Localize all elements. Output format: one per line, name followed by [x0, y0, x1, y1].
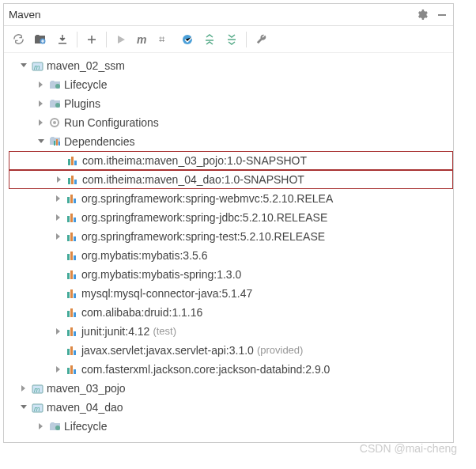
refresh-icon[interactable]: [9, 30, 28, 49]
svg-rect-24: [67, 216, 70, 222]
dependency-node[interactable]: junit:junit:4.12(test): [9, 322, 453, 341]
dependency-label: com.alibaba:druid:1.1.16: [81, 306, 202, 319]
svg-rect-23: [74, 199, 76, 203]
svg-rect-36: [67, 292, 70, 298]
module-node[interactable]: mmaven_04_dao: [9, 398, 453, 417]
chevron-down-icon[interactable]: [36, 136, 47, 147]
library-icon: [66, 287, 78, 300]
library-icon: [66, 363, 78, 376]
panel-title: Maven: [9, 9, 407, 21]
dependency-node[interactable]: com.itheima:maven_04_dao:1.0-SNAPSHOT: [9, 170, 453, 189]
spacer: [53, 307, 64, 318]
run-icon[interactable]: [111, 30, 130, 49]
m-icon[interactable]: m: [134, 30, 153, 49]
svg-rect-26: [74, 217, 76, 222]
svg-rect-49: [70, 365, 73, 374]
dependency-node[interactable]: mysql:mysql-connector-java:5.1.47: [9, 284, 453, 303]
chevron-right-icon[interactable]: [53, 364, 64, 375]
download-icon[interactable]: [53, 30, 72, 49]
node-label: Dependencies: [64, 135, 135, 148]
library-icon: [66, 154, 79, 167]
chevron-right-icon[interactable]: [36, 98, 47, 109]
library-icon: [66, 192, 78, 205]
chevron-right-icon[interactable]: [36, 421, 47, 432]
chevron-down-icon[interactable]: [18, 60, 29, 71]
svg-rect-33: [67, 273, 70, 279]
chevron-right-icon[interactable]: [53, 231, 64, 242]
chevron-right-icon[interactable]: [36, 79, 47, 90]
dependency-label: org.springframework:spring-jdbc:5.2.10.R…: [81, 211, 327, 224]
library-icon: [66, 344, 78, 357]
node-label: Plugins: [64, 97, 100, 110]
svg-rect-20: [74, 180, 77, 184]
dependency-node[interactable]: org.mybatis:mybatis-spring:1.3.0: [9, 265, 453, 284]
module-label: maven_02_ssm: [47, 59, 125, 72]
svg-rect-25: [70, 214, 73, 222]
expand-all-icon[interactable]: [200, 30, 219, 49]
settings-gear-icon[interactable]: [415, 9, 428, 21]
dependency-label: mysql:mysql-connector-java:5.1.47: [81, 287, 252, 300]
chevron-right-icon[interactable]: [53, 212, 64, 223]
svg-rect-47: [74, 350, 76, 355]
offline-icon[interactable]: [178, 30, 197, 49]
dependency-node[interactable]: javax.servlet:javax.servlet-api:3.1.0(pr…: [9, 341, 453, 360]
module-node[interactable]: mmaven_02_ssm: [9, 56, 453, 75]
dependency-label: org.mybatis:mybatis:3.5.6: [81, 249, 208, 262]
dependency-node[interactable]: org.mybatis:mybatis:3.5.6: [9, 246, 453, 265]
lifecycle-node[interactable]: Lifecycle: [9, 417, 453, 436]
dependency-label: javax.servlet:javax.servlet-api:3.1.0: [81, 344, 254, 357]
svg-rect-17: [74, 161, 77, 165]
svg-rect-29: [74, 236, 76, 241]
folder-icon: [48, 420, 61, 433]
chevron-right-icon[interactable]: [53, 193, 64, 204]
node-label: Lifecycle: [64, 420, 107, 433]
add-icon[interactable]: [82, 30, 101, 49]
dependency-node[interactable]: org.springframework:spring-jdbc:5.2.10.R…: [9, 208, 453, 227]
dependency-node[interactable]: org.springframework:spring-test:5.2.10.R…: [9, 227, 453, 246]
watermark: CSDN @mai-cheng: [360, 442, 457, 455]
node-label: Run Configurations: [64, 116, 159, 129]
chevron-down-icon[interactable]: [18, 402, 29, 413]
dependency-label: com.fasterxml.jackson.core:jackson-datab…: [81, 363, 330, 376]
svg-rect-30: [67, 254, 70, 260]
module-label: maven_03_pojo: [47, 382, 126, 395]
chevron-right-icon[interactable]: [53, 326, 64, 337]
dependency-node[interactable]: com.fasterxml.jackson.core:jackson-datab…: [9, 360, 453, 379]
spacer: [53, 345, 64, 356]
collapse-all-icon[interactable]: [222, 30, 241, 49]
library-icon: [66, 211, 78, 224]
dependency-label: org.springframework:spring-webmvc:5.2.10…: [81, 192, 333, 205]
plugins-node[interactable]: Plugins: [9, 94, 453, 113]
svg-rect-31: [70, 252, 73, 260]
dependency-node[interactable]: org.springframework:spring-webmvc:5.2.10…: [9, 189, 453, 208]
svg-rect-39: [67, 311, 70, 317]
chevron-right-icon[interactable]: [54, 174, 65, 185]
module-icon: m: [31, 59, 43, 72]
dependency-label: org.mybatis:mybatis-spring:1.3.0: [81, 268, 241, 281]
svg-rect-14: [59, 142, 60, 146]
dependencies-node[interactable]: Dependencies: [9, 132, 453, 151]
dependency-node[interactable]: com.itheima:maven_03_pojo:1.0-SNAPSHOT: [9, 151, 453, 170]
chevron-right-icon[interactable]: [36, 117, 47, 128]
wrench-icon[interactable]: [251, 30, 270, 49]
spacer: [53, 288, 64, 299]
svg-rect-12: [54, 141, 55, 146]
project-tree: mmaven_02_ssm Lifecycle Plugins Run Conf…: [4, 53, 453, 442]
svg-rect-45: [67, 349, 70, 355]
toolbar-separator: [246, 32, 247, 47]
svg-point-11: [53, 121, 56, 124]
dependencies-list: com.itheima:maven_03_pojo:1.0-SNAPSHOTco…: [9, 151, 453, 379]
skip-tests-icon[interactable]: ⌗: [156, 30, 175, 49]
runcfg-node[interactable]: Run Configurations: [9, 113, 453, 132]
dependency-node[interactable]: com.alibaba:druid:1.1.16: [9, 303, 453, 322]
chevron-right-icon[interactable]: [18, 383, 29, 394]
minimize-icon[interactable]: [436, 9, 448, 21]
module-node[interactable]: mmaven_03_pojo: [9, 379, 453, 398]
svg-rect-2: [59, 43, 66, 44]
svg-point-55: [55, 426, 60, 430]
svg-rect-34: [70, 270, 73, 279]
gear-icon: [48, 116, 61, 129]
lifecycle-node[interactable]: Lifecycle: [9, 75, 453, 94]
dependency-label: junit:junit:4.12: [81, 325, 149, 338]
generate-sources-icon[interactable]: [31, 30, 50, 49]
